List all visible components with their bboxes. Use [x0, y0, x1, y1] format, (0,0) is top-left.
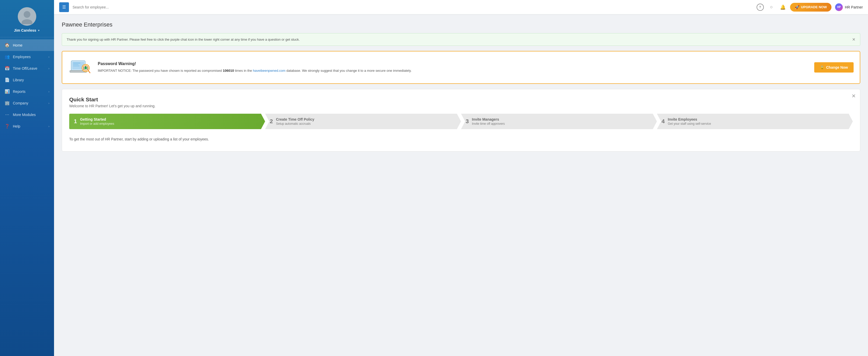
svg-rect-6	[73, 64, 79, 65]
sidebar-item-label: Library	[13, 78, 24, 82]
step-number: 2	[270, 118, 273, 125]
step-4[interactable]: 4 Invite Employees Get your staff using …	[657, 114, 853, 129]
warning-title: Password Warning!	[98, 62, 808, 66]
step-number: 1	[74, 118, 77, 125]
sidebar-item-label: Company	[13, 101, 28, 105]
upgrade-button[interactable]: 🚀 UPGRADE NOW	[790, 3, 832, 11]
chevron-right-icon: ›	[49, 90, 50, 93]
chevron-down-icon: ▼	[37, 29, 40, 32]
username[interactable]: Jim Careless ▼	[14, 28, 40, 32]
company-icon: 🏢	[5, 101, 10, 105]
chevron-right-icon: ›	[49, 55, 50, 58]
chevron-right-icon: ›	[49, 67, 50, 70]
calendar-icon: 📅	[5, 66, 10, 71]
chevron-right-icon: ›	[49, 125, 50, 128]
warning-illustration	[68, 57, 92, 78]
step-sublabel: Setup automatic accruals	[276, 122, 314, 126]
warning-text-content: Password Warning! IMPORTANT NOTICE: The …	[98, 62, 808, 73]
menu-button[interactable]: ☰	[59, 2, 69, 12]
sidebar-item-library[interactable]: 📄 Library	[0, 74, 54, 86]
rocket-icon: 🚀	[795, 5, 800, 9]
notification-icon[interactable]: 🔔	[779, 4, 786, 11]
circle-icon[interactable]: ○	[768, 4, 775, 11]
help-icon: ❓	[5, 124, 10, 129]
lock-icon: 🔒	[820, 65, 824, 69]
reports-icon: 📊	[5, 89, 10, 94]
sidebar-item-label: Help	[13, 124, 20, 128]
step-label: Invite Employees	[668, 117, 711, 121]
warning-count: 106010	[223, 69, 234, 72]
step-label: Create Time Off Policy	[276, 117, 314, 121]
pwned-link[interactable]: haveibeenpwned.com	[253, 69, 285, 72]
svg-rect-7	[73, 66, 79, 66]
sidebar-item-help[interactable]: ❓ Help ›	[0, 120, 54, 132]
step-1[interactable]: 1 Getting Started Import or add employee…	[69, 114, 265, 129]
step-label: Invite Managers	[472, 117, 505, 121]
warning-body: IMPORTANT NOTICE: The password you have …	[98, 68, 808, 73]
sidebar-item-company[interactable]: 🏢 Company ›	[0, 97, 54, 109]
sidebar-item-label: Home	[13, 43, 22, 47]
quickstart-title: Quick Start	[69, 96, 853, 103]
svg-rect-5	[73, 63, 80, 63]
svg-line-18	[88, 70, 90, 72]
step-2[interactable]: 2 Create Time Off Policy Setup automatic…	[265, 114, 461, 129]
topbar-icons: ? ○ 🔔	[756, 4, 786, 11]
svg-point-11	[85, 66, 87, 67]
library-icon: 📄	[5, 77, 10, 82]
sidebar-nav: 🏠 Home 👥 Employees › 📅 Time Off/Leave › …	[0, 37, 54, 356]
steps-row: 1 Getting Started Import or add employee…	[69, 114, 853, 129]
step-label: Getting Started	[80, 117, 114, 121]
chevron-right-icon: ›	[49, 102, 50, 105]
more-icon: ⋯	[5, 112, 10, 117]
page-title: Pawnee Enterprises	[62, 21, 860, 28]
step-number: 3	[466, 118, 469, 125]
warning-body-middle: times in the	[234, 69, 253, 72]
step-sublabel: Import or add employees	[80, 122, 114, 126]
sidebar-item-label: More Modules	[13, 113, 36, 117]
quickstart-body-text: To get the most out of HR Partner, start…	[69, 136, 853, 142]
sidebar-item-home[interactable]: 🏠 Home	[0, 39, 54, 51]
password-warning-box: Password Warning! IMPORTANT NOTICE: The …	[62, 51, 860, 84]
quickstart-subtitle: Welcome to HR Partner! Let's get you up …	[69, 104, 853, 108]
step-number: 4	[662, 118, 665, 125]
avatar	[18, 7, 36, 26]
help-icon[interactable]: ?	[756, 4, 764, 11]
hr-partner-badge[interactable]: HP HR Partner	[835, 3, 863, 11]
home-icon: 🏠	[5, 43, 10, 47]
sidebar-item-employees[interactable]: 👥 Employees ›	[0, 51, 54, 63]
change-now-button[interactable]: 🔒 Change Now	[814, 62, 854, 72]
sidebar: Jim Careless ▼ 🏠 Home 👥 Employees › 📅 Ti…	[0, 0, 54, 356]
sidebar-user-section: Jim Careless ▼	[0, 0, 54, 37]
quickstart-card: ✕ Quick Start Welcome to HR Partner! Let…	[62, 89, 860, 152]
notice-text: Thank you for signing up with HR Partner…	[67, 38, 300, 41]
warning-body-prefix: IMPORTANT NOTICE: The password you have …	[98, 69, 223, 72]
quickstart-close-button[interactable]: ✕	[851, 93, 856, 99]
svg-point-0	[24, 11, 30, 18]
hr-partner-logo: HP	[835, 3, 843, 11]
notice-close-button[interactable]: ✕	[852, 37, 856, 42]
sidebar-item-reports[interactable]: 📊 Reports ›	[0, 86, 54, 97]
step-sublabel: Get your staff using self-service	[668, 122, 711, 126]
change-now-label: Change Now	[826, 65, 848, 69]
employees-icon: 👥	[5, 54, 10, 59]
hr-partner-name: HR Partner	[845, 5, 863, 9]
upgrade-label: UPGRADE NOW	[801, 5, 827, 9]
topbar: ☰ ? ○ 🔔 🚀 UPGRADE NOW HP HR Partner	[54, 0, 868, 14]
step-3[interactable]: 3 Invite Managers Invite time off approv…	[461, 114, 657, 129]
sidebar-item-more-modules[interactable]: ⋯ More Modules	[0, 109, 54, 120]
warning-body-suffix: database. We strongly suggest that you c…	[285, 69, 412, 72]
search-input[interactable]	[72, 5, 753, 9]
content-area: Pawnee Enterprises Thank you for signing…	[54, 14, 868, 356]
sidebar-item-time-off[interactable]: 📅 Time Off/Leave ›	[0, 63, 54, 74]
svg-point-1	[22, 19, 32, 24]
sidebar-item-label: Time Off/Leave	[13, 66, 37, 70]
step-sublabel: Invite time off approvers	[472, 122, 505, 126]
sidebar-item-label: Employees	[13, 55, 31, 59]
notice-banner: Thank you for signing up with HR Partner…	[62, 33, 860, 46]
sidebar-item-label: Reports	[13, 90, 26, 94]
main-area: ☰ ? ○ 🔔 🚀 UPGRADE NOW HP HR Partner Pawn…	[54, 0, 868, 356]
